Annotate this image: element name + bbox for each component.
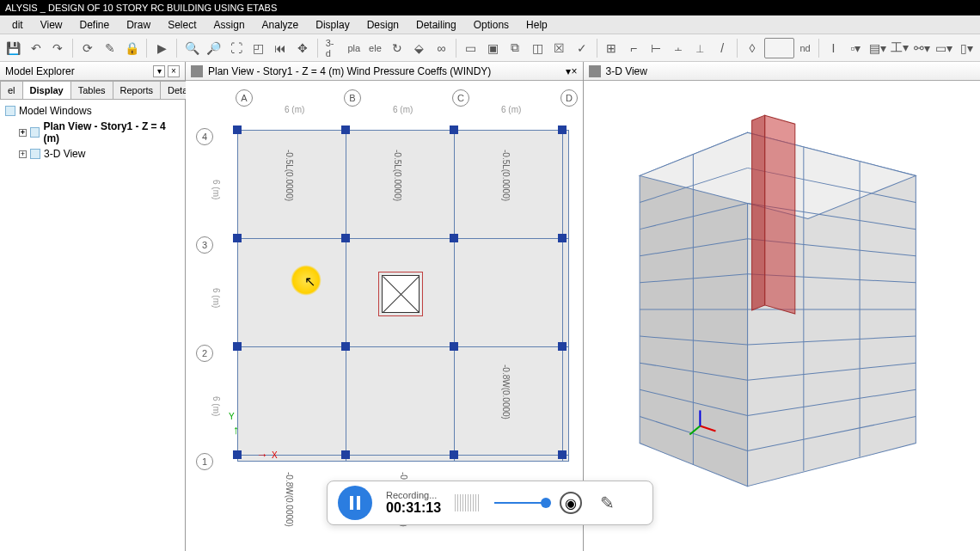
3d-view-title: 3-D View (606, 65, 647, 77)
column-node[interactable] (233, 450, 242, 459)
snap-line-icon[interactable]: / (712, 38, 732, 58)
column-node[interactable] (558, 342, 567, 351)
expand-icon[interactable]: + (19, 150, 27, 158)
model-explorer-panel: Model Explorer ▾ × el Display Tables Rep… (0, 62, 186, 551)
view-plan-label[interactable]: pla (344, 43, 364, 53)
pan-icon[interactable]: ✥ (292, 38, 313, 58)
view-icon (30, 127, 40, 138)
menu-detailing[interactable]: Detailing (407, 16, 465, 34)
menu-draw[interactable]: Draw (118, 16, 159, 34)
hide-icon[interactable]: ☒ (549, 38, 570, 58)
menu-help[interactable]: Help (518, 16, 556, 34)
menu-design[interactable]: Design (358, 16, 407, 34)
text-icon[interactable]: I (824, 38, 844, 58)
close-icon[interactable]: × (168, 65, 180, 77)
gridline (237, 238, 569, 239)
wall-dd-icon[interactable]: ▯▾ (956, 38, 977, 58)
window-titlebar: ALYSIS _ DESIGN OF 10 STORY RC BUILDING … (0, 0, 980, 15)
grid-label-d: D (560, 89, 578, 107)
save-icon[interactable]: 💾 (3, 38, 24, 58)
snap-int-icon[interactable]: ⫠ (668, 38, 689, 58)
snap-mid-icon[interactable]: ⊢ (646, 38, 666, 58)
close-icon[interactable]: × (571, 65, 577, 77)
extrude-icon[interactable]: ⧉ (505, 38, 526, 58)
frame-dd-icon[interactable]: ▫▾ (845, 38, 866, 58)
column-node[interactable] (233, 234, 242, 242)
column-node[interactable] (233, 126, 242, 134)
menu-view[interactable]: View (32, 16, 71, 34)
tab-model[interactable]: el (0, 81, 23, 99)
column-node[interactable] (450, 126, 458, 134)
undo-icon[interactable]: ↶ (26, 38, 46, 58)
zoom-prev-icon[interactable]: ⏮ (270, 38, 291, 58)
tab-tables[interactable]: Tables (70, 81, 113, 99)
snap-end-icon[interactable]: ⌐ (623, 38, 644, 58)
snap-icon[interactable]: ⊞ (602, 38, 622, 58)
run-icon[interactable]: ▶ (151, 38, 172, 58)
zoom-window-icon[interactable]: ◰ (248, 38, 268, 58)
tree-3d-view[interactable]: + 3-D View (5, 146, 180, 162)
pencil-icon[interactable]: ✎ (100, 38, 120, 58)
tree-root[interactable]: Model Windows (5, 103, 180, 119)
column-node[interactable] (450, 450, 458, 459)
tab-display[interactable]: Display (22, 81, 71, 99)
goggles-icon[interactable]: ∞ (431, 38, 451, 58)
webcam-icon[interactable]: ◉ (560, 492, 582, 514)
lock-icon[interactable]: 🔒 (122, 38, 143, 58)
gridline (454, 130, 455, 462)
link-dd-icon[interactable]: ⚯▾ (912, 38, 933, 58)
nd-label[interactable]: nd (796, 43, 813, 53)
box-icon[interactable] (764, 38, 795, 58)
column-node[interactable] (450, 234, 458, 242)
menu-edit[interactable]: dit (3, 16, 32, 34)
volume-slider[interactable] (494, 502, 546, 504)
view-ele-label[interactable]: ele (365, 43, 385, 53)
object-icon[interactable]: ▭ (461, 38, 481, 58)
column-node[interactable] (341, 234, 350, 242)
screen-recorder-overlay[interactable]: Recording... 00:31:13 ◉ ✎ (327, 481, 653, 525)
reshape-icon[interactable]: ◊ (742, 38, 763, 58)
redo-icon[interactable]: ↷ (48, 38, 69, 58)
dim-label: 6 (m) (393, 105, 413, 114)
snap-perp-icon[interactable]: ⟂ (690, 38, 711, 58)
rotate-icon[interactable]: ↻ (387, 38, 407, 58)
wall-element[interactable] (382, 275, 420, 313)
menu-analyze[interactable]: Analyze (254, 16, 308, 34)
shrink-icon[interactable]: ▣ (483, 38, 504, 58)
menu-assign[interactable]: Assign (205, 16, 254, 34)
dropdown-icon[interactable]: ▾ (153, 65, 165, 77)
grid-label-c: C (452, 89, 469, 107)
view-3d-label[interactable]: 3-d (322, 38, 343, 58)
menu-select[interactable]: Select (159, 16, 205, 34)
y-axis-label: Y (229, 412, 235, 421)
zoom-out-icon[interactable]: 🔎 (204, 38, 224, 58)
grid-label-1: 1 (196, 453, 213, 470)
column-node[interactable] (450, 342, 458, 351)
load-annotation: -0.5L(0.0000) (501, 150, 511, 201)
slab-dd-icon[interactable]: ▭▾ (934, 38, 954, 58)
expand-icon[interactable]: + (19, 129, 27, 137)
hatch-dd-icon[interactable]: ▤▾ (867, 38, 888, 58)
column-node[interactable] (341, 450, 350, 459)
column-node[interactable] (558, 450, 567, 459)
column-node[interactable] (558, 234, 567, 242)
column-node[interactable] (341, 342, 350, 351)
column-node[interactable] (341, 126, 350, 134)
annotate-icon[interactable]: ✎ (596, 492, 618, 514)
perspective-icon[interactable]: ⬙ (409, 38, 430, 58)
menu-display[interactable]: Display (307, 16, 358, 34)
grid-label-b: B (344, 89, 361, 107)
fill-icon[interactable]: ◫ (527, 38, 548, 58)
ibeam-dd-icon[interactable]: 工▾ (890, 38, 910, 58)
tab-reports[interactable]: Reports (113, 81, 162, 99)
check-icon[interactable]: ✓ (572, 38, 592, 58)
menu-define[interactable]: Define (70, 16, 118, 34)
pause-button[interactable] (338, 486, 372, 520)
zoom-fit-icon[interactable]: ⛶ (226, 38, 247, 58)
column-node[interactable] (233, 342, 242, 351)
refresh-icon[interactable]: ⟳ (77, 38, 98, 58)
zoom-in-icon[interactable]: 🔍 (181, 38, 202, 58)
tree-plan-view[interactable]: + Plan View - Story1 - Z = 4 (m) (5, 119, 180, 146)
column-node[interactable] (558, 126, 567, 134)
menu-options[interactable]: Options (465, 16, 518, 34)
